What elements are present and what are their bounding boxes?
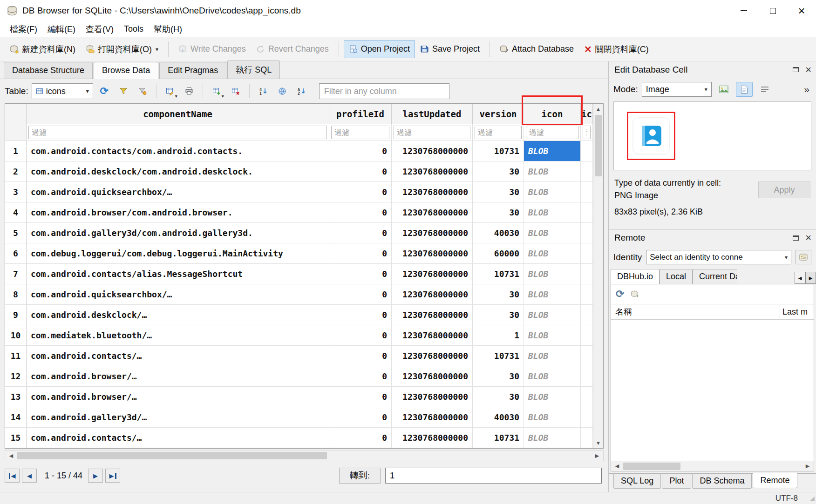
cell-componentName[interactable]: com.android.deskclock/… xyxy=(27,305,329,325)
cell-lastUpdated[interactable]: 1230768000000 xyxy=(392,223,473,243)
scroll-left-icon[interactable]: ◀ xyxy=(611,463,623,469)
cell-icon-blob[interactable]: BLOB xyxy=(524,387,581,407)
cell-lastUpdated[interactable]: 1230768000000 xyxy=(392,428,473,448)
cell-partial[interactable] xyxy=(581,243,593,264)
menu-edit[interactable]: 編輯(E) xyxy=(42,22,81,37)
minimize-button[interactable] xyxy=(729,0,758,21)
open-database-button[interactable]: 打開資料庫(O) ▾ xyxy=(81,40,163,59)
attach-database-button[interactable]: Attach Database xyxy=(495,40,579,58)
cell-partial[interactable] xyxy=(581,366,593,387)
table-row[interactable]: 12 com.android.browser/… 0 1230768000000… xyxy=(5,366,593,387)
refresh-icon[interactable]: ⟳ xyxy=(616,289,624,299)
cell-partial[interactable] xyxy=(581,387,593,407)
cell-profileId[interactable]: 0 xyxy=(329,428,392,448)
encoding-button[interactable] xyxy=(274,83,290,99)
delete-record-button[interactable] xyxy=(228,83,244,99)
row-number[interactable]: 11 xyxy=(5,346,27,366)
cell-version[interactable]: 10731 xyxy=(473,346,524,366)
dock-tab-remote[interactable]: Remote xyxy=(753,473,797,488)
table-row[interactable]: 15 com.android.contacts/… 0 123076800000… xyxy=(5,428,593,448)
cell-componentName[interactable]: com.android.deskclock/com.android.deskcl… xyxy=(27,161,329,182)
cell-profileId[interactable]: 0 xyxy=(329,407,392,428)
cell-componentName[interactable]: com.mediatek.bluetooth/… xyxy=(27,325,329,346)
close-database-button[interactable]: ✕ 關閉資料庫(C) xyxy=(579,40,654,59)
remote-tab-current-database[interactable]: Current Dat xyxy=(693,269,737,284)
float-panel-icon[interactable] xyxy=(793,235,799,241)
col-header-lastUpdated[interactable]: lastUpdated xyxy=(392,104,473,124)
row-number[interactable]: 15 xyxy=(5,428,27,448)
remote-file-list[interactable] xyxy=(611,320,814,461)
global-filter-input[interactable] xyxy=(319,83,449,99)
cell-version[interactable]: 10731 xyxy=(473,141,524,161)
cell-lastUpdated[interactable]: 1230768000000 xyxy=(392,161,473,182)
cell-profileId[interactable]: 0 xyxy=(329,284,392,305)
cell-partial[interactable] xyxy=(581,284,593,305)
cell-version[interactable]: 30 xyxy=(473,182,524,202)
scroll-down-icon[interactable]: ▼ xyxy=(593,438,603,448)
cell-componentName[interactable]: com.android.gallery3d/… xyxy=(27,407,329,428)
cell-partial[interactable] xyxy=(581,182,593,202)
save-filter-button[interactable] xyxy=(135,83,150,99)
filter-input-icon[interactable] xyxy=(526,126,578,139)
goto-button[interactable]: 轉到: xyxy=(339,468,381,484)
cell-partial[interactable] xyxy=(581,346,593,366)
cell-version[interactable]: 40030 xyxy=(473,407,524,428)
close-panel-icon[interactable]: × xyxy=(805,233,811,243)
col-header-componentName[interactable]: componentName xyxy=(27,104,329,124)
tab-database-structure[interactable]: Database Structure xyxy=(4,62,93,79)
cell-version[interactable]: 30 xyxy=(473,366,524,387)
save-project-button[interactable]: Save Project xyxy=(415,40,485,58)
cell-profileId[interactable]: 0 xyxy=(329,387,392,407)
table-row[interactable]: 6 com.debug.loggerui/com.debug.loggerui.… xyxy=(5,243,593,264)
cell-partial[interactable] xyxy=(581,202,593,223)
table-row[interactable]: 8 com.android.quicksearchbox/… 0 1230768… xyxy=(5,284,593,305)
table-row[interactable]: 10 com.mediatek.bluetooth/… 0 1230768000… xyxy=(5,325,593,346)
open-database-dropdown-icon[interactable]: ▾ xyxy=(156,46,158,53)
cell-icon-blob[interactable]: BLOB xyxy=(524,305,581,325)
row-number[interactable]: 12 xyxy=(5,366,27,387)
cell-version[interactable]: 30 xyxy=(473,387,524,407)
row-number[interactable]: 8 xyxy=(5,284,27,305)
cell-version[interactable]: 30 xyxy=(473,284,524,305)
table-row[interactable]: 1 com.android.contacts/com.android.conta… xyxy=(5,141,593,161)
scroll-thumb[interactable] xyxy=(595,115,602,176)
scroll-right-icon[interactable]: ▶ xyxy=(591,453,603,459)
sort-alpha-button[interactable]: AZ xyxy=(293,83,309,99)
import-image-button[interactable] xyxy=(715,82,732,97)
col-header-partial[interactable]: ic xyxy=(581,104,593,124)
row-number[interactable]: 1 xyxy=(5,141,27,161)
tab-scroll-right-button[interactable]: ▶ xyxy=(805,272,816,284)
cell-icon-blob[interactable]: BLOB xyxy=(524,202,581,223)
cell-lastUpdated[interactable]: 1230768000000 xyxy=(392,284,473,305)
cell-icon-blob[interactable]: BLOB xyxy=(524,407,581,428)
filter-input-componentName[interactable] xyxy=(28,126,327,139)
table-row[interactable]: 13 com.android.browser/… 0 1230768000000… xyxy=(5,387,593,407)
col-header-profileId[interactable]: profileId xyxy=(329,104,392,124)
tab-scroll-left-button[interactable]: ◀ xyxy=(795,272,805,284)
cell-icon-blob[interactable]: BLOB xyxy=(524,366,581,387)
remote-horizontal-scrollbar[interactable]: ◀ ▶ xyxy=(611,461,814,471)
new-database-button[interactable]: 新建資料庫(N) xyxy=(5,40,81,59)
save-table-as-button[interactable]: ▾ xyxy=(162,83,178,99)
row-number[interactable]: 2 xyxy=(5,161,27,182)
row-number[interactable]: 14 xyxy=(5,407,27,428)
cell-version[interactable]: 30 xyxy=(473,305,524,325)
row-number[interactable]: 10 xyxy=(5,325,27,346)
row-number[interactable]: 6 xyxy=(5,243,27,264)
col-header-icon[interactable]: icon xyxy=(524,104,581,124)
menu-tools[interactable]: Tools xyxy=(119,22,149,36)
cell-partial[interactable] xyxy=(581,223,593,243)
table-row[interactable]: 2 com.android.deskclock/com.android.desk… xyxy=(5,161,593,182)
col-header-version[interactable]: version xyxy=(473,104,524,124)
scroll-up-icon[interactable]: ▲ xyxy=(593,104,603,114)
table-row[interactable]: 11 com.android.contacts/… 0 123076800000… xyxy=(5,346,593,366)
cell-lastUpdated[interactable]: 1230768000000 xyxy=(392,407,473,428)
open-project-button[interactable]: Open Project xyxy=(344,40,415,58)
table-row[interactable]: 5 com.android.gallery3d/com.android.gall… xyxy=(5,223,593,243)
cell-lastUpdated[interactable]: 1230768000000 xyxy=(392,141,473,161)
refresh-button[interactable]: ⟳ xyxy=(96,83,112,99)
menu-help[interactable]: 幫助(H) xyxy=(149,22,187,37)
row-number[interactable]: 9 xyxy=(5,305,27,325)
menu-file[interactable]: 檔案(F) xyxy=(5,22,42,37)
remote-tab-local[interactable]: Local xyxy=(660,269,693,284)
